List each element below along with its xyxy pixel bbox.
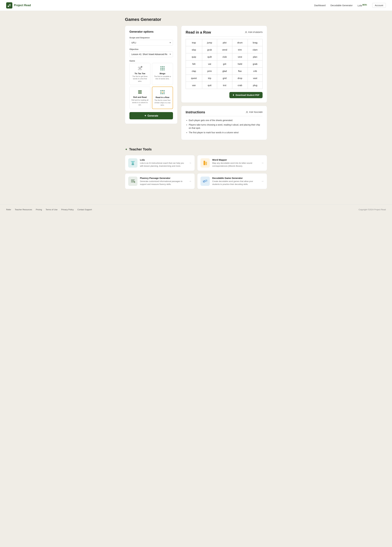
footer-copyright: Copyright ©2024 Project Read [359, 208, 386, 211]
footer: ReferTeacher ResourcesPricingTerms of Us… [0, 205, 392, 214]
tool-info-fluency-passage: Fluency Passage GeneratorGenerate custom… [140, 177, 186, 185]
word-cell-3-1: vat [202, 61, 217, 68]
tool-name-word-mapper: Word Mapper [212, 158, 259, 161]
tool-name-fluency-passage: Fluency Passage Generator [140, 177, 186, 179]
word-cell-3-0: felt [186, 61, 202, 68]
download-pdf-button[interactable]: ⬇ Download Student PDF [229, 92, 263, 98]
word-cell-1-1: grub [202, 46, 217, 53]
generator-panel: Generator options Scope and Sequence UFL… [125, 26, 178, 124]
svg-rect-39 [206, 162, 207, 165]
game-card-bingo[interactable]: Bingo The first to complete a line of wo… [152, 63, 173, 85]
svg-point-18 [162, 69, 163, 70]
word-cell-1-2: vend [217, 46, 232, 53]
footer-link-refer[interactable]: Refer [6, 208, 11, 211]
word-cell-1-3: trim [232, 46, 248, 53]
svg-point-37 [133, 162, 134, 163]
nav-decodable-generator[interactable]: Decodable Generator [331, 4, 353, 7]
svg-rect-35 [132, 164, 134, 165]
content-layout: Generator options Scope and Sequence UFL… [125, 26, 267, 140]
svg-point-25 [164, 90, 165, 91]
instructions-panel: Instructions FOR TEACHER Each player get… [181, 106, 267, 140]
tool-info-decodable-game: Decodable Game GeneratorCreate decodable… [212, 177, 259, 185]
game-display: Read in a Row FOR STUDENTS trapjumpplotd… [181, 26, 267, 103]
word-cell-5-1: trip [202, 75, 217, 82]
tool-info-lola: LolaLola is an AI instructional coach th… [140, 158, 186, 167]
tool-arrow-lola: → [189, 161, 192, 165]
page-title: Games Generator [125, 17, 267, 22]
tool-card-decodable-game[interactable]: Decodable Game GeneratorCreate decodable… [197, 173, 267, 189]
game-label: Game [129, 60, 173, 62]
word-cell-6-4: plug [248, 82, 263, 89]
for-students-label: FOR STUDENTS [248, 31, 263, 33]
svg-point-28 [164, 92, 165, 93]
footer-link-contact-support[interactable]: Contact Support [77, 208, 92, 211]
svg-point-10 [141, 66, 142, 67]
teacher-tools-header: ✦ Teacher Tools [125, 147, 267, 151]
game-grid: Tic Tac Toe The first to get three words… [129, 63, 173, 109]
svg-point-30 [162, 93, 163, 94]
scope-select-wrapper: UFLI Other ▼ [129, 40, 173, 46]
word-cell-4-3: flax [232, 68, 248, 75]
word-cell-2-3: vest [232, 53, 248, 61]
game-display-header: Read in a Row FOR STUDENTS [186, 30, 263, 34]
teacher-tools-section: ✦ Teacher Tools LolaLola is an AI instru… [125, 147, 267, 189]
bingo-desc: The first to complete a line of words wi… [154, 75, 171, 80]
instruction-item-1: Players take turns choosing a word, read… [189, 123, 263, 130]
word-cell-4-1: prim [202, 68, 217, 75]
svg-point-15 [162, 68, 163, 69]
svg-rect-41 [131, 181, 134, 181]
tool-icon-word-mapper [200, 158, 210, 168]
account-button[interactable]: Account [372, 3, 386, 8]
footer-link-privacy-policy[interactable]: Privacy Policy [61, 208, 74, 211]
logo[interactable]: Project Read [6, 2, 31, 8]
objective-field: Objective Lesson 41: Short Vowel Advance… [129, 48, 173, 57]
svg-point-14 [160, 68, 161, 69]
footer-link-terms-of-use[interactable]: Terms of Use [46, 208, 58, 211]
word-cell-6-2: trot [217, 82, 232, 89]
rir-title: Read in a Row [154, 96, 171, 98]
main-nav: Dashboard Decodable Generator LolaBETA A… [314, 3, 386, 8]
nav-dashboard[interactable]: Dashboard [314, 4, 326, 7]
svg-point-16 [164, 68, 165, 69]
tool-card-fluency-passage[interactable]: Fluency Passage GeneratorGenerate custom… [125, 173, 195, 189]
word-cell-5-2: grid [217, 75, 232, 82]
tool-icon-lola [128, 158, 138, 168]
generate-button[interactable]: ✦ Generate [129, 112, 173, 119]
scope-select[interactable]: UFLI Other [129, 40, 173, 46]
svg-rect-21 [138, 92, 142, 92]
game-card-tic-tac-toe[interactable]: Tic Tac Toe The first to get three words… [129, 63, 150, 85]
svg-point-26 [160, 92, 161, 93]
main-content: Games Generator Generator options Scope … [122, 11, 270, 195]
word-cell-0-0: trap [186, 39, 202, 46]
svg-point-31 [164, 93, 165, 94]
for-teacher-badge: FOR TEACHER [246, 111, 263, 114]
right-column: Read in a Row FOR STUDENTS trapjumpplotd… [181, 26, 267, 140]
word-cell-2-4: plan [248, 53, 263, 61]
word-cell-3-2: grit [217, 61, 232, 68]
word-cell-3-3: held [232, 61, 248, 68]
word-cell-6-1: quit [202, 82, 217, 89]
roll-title: Roll and Read [132, 96, 148, 98]
tool-desc-fluency-passage: Generate customized informational passag… [140, 180, 186, 185]
word-cell-5-4: vast [248, 75, 263, 82]
ttt-desc: The first to get three words in a line f… [132, 75, 148, 82]
game-card-roll-and-read[interactable]: Roll and Read Roll and try reading all w… [129, 87, 150, 109]
footer-link-teacher-resources[interactable]: Teacher Resources [15, 208, 32, 211]
tool-desc-lola: Lola is an AI instructional coach that c… [140, 162, 186, 167]
roll-desc: Roll and try reading all words in a colu… [132, 99, 148, 106]
tool-card-word-mapper[interactable]: Word MapperMap any decodable word into i… [197, 155, 267, 171]
svg-point-17 [160, 69, 161, 70]
svg-point-23 [160, 90, 161, 91]
svg-point-13 [164, 66, 165, 67]
svg-rect-20 [138, 90, 142, 91]
word-cell-0-1: jump [202, 39, 217, 46]
header: Project Read Dashboard Decodable Generat… [0, 0, 392, 11]
objective-select[interactable]: Lesson 41: Short Vowel Advanced Review [129, 51, 173, 57]
word-cell-2-1: quilt [202, 53, 217, 61]
nav-lola[interactable]: LolaBETA [358, 4, 367, 7]
objective-label: Objective [129, 48, 173, 50]
game-card-read-in-a-row[interactable]: Read in a Row The first to cover four of… [152, 87, 173, 109]
rir-desc: The first to cover four of their chips i… [154, 99, 171, 106]
footer-link-pricing[interactable]: Pricing [36, 208, 42, 211]
tool-card-lola[interactable]: LolaLola is an AI instructional coach th… [125, 155, 195, 171]
